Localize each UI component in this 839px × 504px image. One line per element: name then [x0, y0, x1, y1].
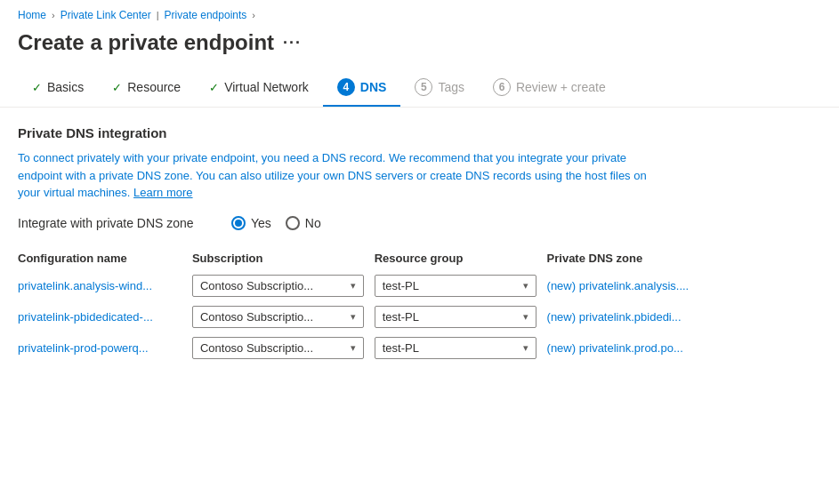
dns-zone-value: (new) privatelink.pbidedi... [547, 310, 682, 324]
tab-basics[interactable]: ✓ Basics [18, 71, 98, 105]
resource-group-cell: test-PL▾ [375, 332, 547, 364]
resource-group-dropdown[interactable]: test-PL▾ [375, 275, 536, 297]
breadcrumb-sep-2: | [157, 10, 159, 20]
info-text: To connect privately with your private e… [18, 149, 658, 202]
subscription-dropdown[interactable]: Contoso Subscriptio...▾ [192, 275, 364, 297]
breadcrumb-sep-1: › [52, 10, 55, 20]
radio-no-circle[interactable] [286, 216, 300, 230]
dns-num-circle: 4 [337, 78, 355, 96]
col-dns-zone: Private DNS zone [547, 246, 730, 270]
page-title: Create a private endpoint [18, 30, 274, 55]
radio-yes[interactable]: Yes [231, 216, 271, 230]
config-name-cell: privatelink-prod-powerq... [18, 332, 192, 364]
config-name-link[interactable]: privatelink-pbidedicated-... [18, 310, 153, 324]
subscription-cell: Contoso Subscriptio...▾ [192, 301, 375, 332]
tab-review-label: Review + create [516, 80, 606, 94]
breadcrumb-home[interactable]: Home [18, 9, 46, 21]
radio-no-label: No [305, 216, 321, 230]
info-box: To connect privately with your private e… [18, 149, 821, 202]
page-title-container: Create a private endpoint ··· [0, 27, 839, 69]
tab-tags[interactable]: 5 Tags [400, 69, 479, 107]
tab-tags-label: Tags [438, 80, 464, 94]
tab-dns-label: DNS [360, 80, 387, 94]
col-config-name: Configuration name [18, 246, 192, 270]
review-num-circle: 6 [493, 78, 511, 96]
dns-table: Configuration name Subscription Resource… [18, 246, 730, 364]
learn-more-link[interactable]: Learn more [133, 186, 192, 199]
tab-resource[interactable]: ✓ Resource [98, 71, 195, 105]
config-name-link[interactable]: privatelink.analysis-wind... [18, 279, 152, 292]
wizard-tabs: ✓ Basics ✓ Resource ✓ Virtual Network 4 … [0, 69, 839, 108]
table-row: privatelink-prod-powerq...Contoso Subscr… [18, 332, 730, 364]
breadcrumb-private-endpoints[interactable]: Private endpoints [165, 9, 247, 21]
table-row: privatelink.analysis-wind...Contoso Subs… [18, 270, 730, 301]
dns-zone-value: (new) privatelink.prod.po... [547, 341, 683, 355]
config-name-link[interactable]: privatelink-prod-powerq... [18, 341, 149, 355]
dns-zone-value: (new) privatelink.analysis.... [547, 279, 690, 292]
page-title-menu[interactable]: ··· [283, 34, 302, 52]
table-row: privatelink-pbidedicated-...Contoso Subs… [18, 301, 730, 332]
radio-yes-label: Yes [251, 216, 271, 230]
dns-zone-integration-row: Integrate with private DNS zone Yes No [18, 216, 821, 230]
dns-zone-cell: (new) privatelink.analysis.... [547, 270, 730, 301]
vnet-check-icon: ✓ [209, 81, 219, 94]
resource-group-dropdown[interactable]: test-PL▾ [375, 306, 536, 328]
subscription-cell: Contoso Subscriptio...▾ [192, 332, 375, 364]
col-subscription: Subscription [192, 246, 375, 270]
col-resource-group: Resource group [375, 246, 547, 270]
integrate-label: Integrate with private DNS zone [18, 216, 214, 230]
radio-no[interactable]: No [286, 216, 321, 230]
tags-num-circle: 5 [415, 78, 432, 96]
resource-group-cell: test-PL▾ [375, 301, 547, 332]
breadcrumb-sep-3: › [252, 10, 255, 20]
tab-virtual-network[interactable]: ✓ Virtual Network [195, 71, 323, 105]
resource-group-cell: test-PL▾ [375, 270, 547, 301]
tab-dns[interactable]: 4 DNS [323, 69, 401, 107]
main-content: Private DNS integration To connect priva… [0, 108, 839, 381]
dns-zone-cell: (new) privatelink.pbidedi... [547, 301, 730, 332]
resource-check-icon: ✓ [112, 81, 122, 94]
tab-resource-label: Resource [127, 80, 181, 94]
radio-group: Yes No [231, 216, 321, 230]
tab-review[interactable]: 6 Review + create [479, 69, 620, 107]
dns-zone-cell: (new) privatelink.prod.po... [547, 332, 730, 364]
tab-vnet-label: Virtual Network [224, 80, 309, 94]
radio-yes-circle[interactable] [231, 216, 246, 230]
subscription-dropdown[interactable]: Contoso Subscriptio...▾ [192, 337, 364, 359]
config-name-cell: privatelink-pbidedicated-... [18, 301, 192, 332]
breadcrumb-private-link[interactable]: Private Link Center [61, 9, 151, 21]
resource-group-dropdown[interactable]: test-PL▾ [375, 337, 536, 359]
subscription-dropdown[interactable]: Contoso Subscriptio...▾ [192, 306, 364, 328]
breadcrumb: Home › Private Link Center | Private end… [0, 0, 839, 27]
config-name-cell: privatelink.analysis-wind... [18, 270, 192, 301]
basics-check-icon: ✓ [32, 81, 42, 94]
tab-basics-label: Basics [47, 80, 84, 94]
section-title: Private DNS integration [18, 125, 821, 140]
subscription-cell: Contoso Subscriptio...▾ [192, 270, 375, 301]
